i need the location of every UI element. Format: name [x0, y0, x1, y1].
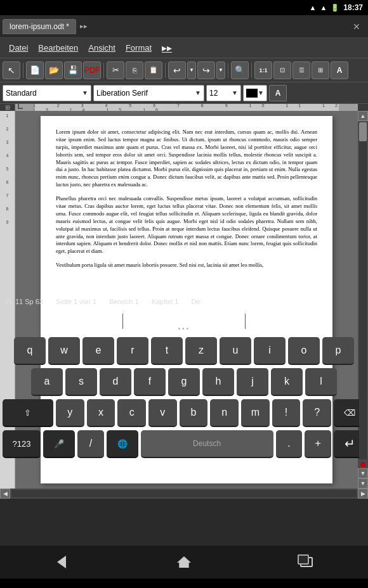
undo-button[interactable]: ↩: [168, 61, 186, 79]
copy-button[interactable]: ⎘: [126, 61, 143, 79]
suggestion-1[interactable]: Mets: [0, 311, 122, 331]
zoom-page-button[interactable]: ⊡: [273, 61, 291, 79]
key-o[interactable]: o: [288, 337, 320, 365]
menu-bearbeiten[interactable]: Bearbeiten: [33, 42, 83, 54]
home-button[interactable]: [165, 551, 203, 573]
character-formatting-button[interactable]: A: [269, 85, 287, 101]
key-a[interactable]: a: [31, 368, 63, 396]
ruler-v-6: 6: [6, 180, 9, 184]
key-g[interactable]: g: [168, 368, 200, 396]
menu-format[interactable]: Format: [121, 42, 157, 54]
key-period[interactable]: .: [276, 430, 303, 458]
undo-dropdown-button[interactable]: ▼: [187, 61, 196, 79]
key-z[interactable]: z: [185, 337, 217, 365]
key-symbols[interactable]: ?123: [3, 430, 41, 458]
globe-icon: 🌐: [117, 439, 128, 449]
key-s[interactable]: s: [65, 368, 97, 396]
horizontal-scrollbar[interactable]: ◀ ▶: [0, 489, 368, 499]
key-n[interactable]: n: [210, 399, 239, 427]
key-u[interactable]: u: [220, 337, 251, 365]
paste-button[interactable]: 📋: [145, 61, 162, 79]
toolbar-separator-4: [228, 63, 228, 78]
key-exclaim[interactable]: !: [272, 399, 301, 427]
close-button[interactable]: ✕: [353, 22, 365, 32]
chapter-name: Kapitel 1: [152, 298, 179, 305]
menu-ansicht[interactable]: Ansicht: [83, 42, 121, 54]
font-size-select[interactable]: 12 ▼: [206, 85, 241, 101]
key-t[interactable]: t: [151, 337, 183, 365]
paragraph-2[interactable]: Phasellus pharetra orci nec malesuada co…: [56, 195, 317, 255]
view-mode-button[interactable]: ☰: [292, 61, 310, 79]
key-x[interactable]: x: [87, 399, 115, 427]
key-space[interactable]: Deutsch: [141, 430, 273, 458]
key-f[interactable]: f: [134, 368, 166, 396]
key-p[interactable]: p: [322, 337, 354, 365]
zoom-100-button[interactable]: 1:1: [254, 61, 272, 79]
key-y[interactable]: y: [56, 399, 84, 427]
ruler-v-9: 9: [6, 220, 9, 224]
key-i[interactable]: i: [254, 337, 286, 365]
document-tab[interactable]: lorem-ipsum.odt *: [3, 19, 76, 34]
scroll-down-button-2[interactable]: ▼: [358, 478, 368, 489]
page-count: Seite 1 von 1: [56, 298, 96, 305]
key-k[interactable]: k: [271, 368, 303, 396]
key-m[interactable]: m: [241, 399, 270, 427]
h-scroll-track[interactable]: [11, 490, 357, 497]
scroll-thumb[interactable]: [359, 122, 367, 141]
scroll-track[interactable]: [359, 122, 367, 459]
key-v[interactable]: v: [148, 399, 177, 427]
paragraph-3[interactable]: Vestibulum porta ligula sit amet mauris …: [56, 262, 317, 269]
paragraph-style-select[interactable]: Standard ▼: [3, 85, 91, 101]
export-pdf-button[interactable]: PDF: [83, 61, 101, 79]
key-e[interactable]: e: [82, 337, 114, 365]
font-dropdown-arrow: ▼: [195, 89, 201, 96]
key-globe[interactable]: 🌐: [107, 430, 138, 458]
menu-datei[interactable]: Datei: [4, 42, 33, 54]
scroll-down-button-1[interactable]: ▼: [358, 468, 368, 478]
scroll-right-button[interactable]: ▶: [358, 489, 368, 499]
key-mic[interactable]: 🎤: [43, 430, 75, 458]
scroll-up-button[interactable]: ▲: [358, 111, 368, 121]
key-w[interactable]: w: [48, 337, 80, 365]
back-button[interactable]: [43, 551, 81, 573]
scroll-left-button[interactable]: ◀: [0, 489, 10, 499]
key-b[interactable]: b: [180, 399, 208, 427]
key-question[interactable]: ?: [303, 399, 331, 427]
key-c[interactable]: c: [117, 399, 146, 427]
menu-more[interactable]: ▸▸: [157, 41, 177, 55]
ruler-corner-icon: ⊞: [0, 104, 15, 111]
font-color-select[interactable]: ▼: [243, 85, 267, 101]
key-j[interactable]: j: [237, 368, 268, 396]
suggestion-3[interactable]: Menüs: [246, 311, 368, 331]
back-icon: [57, 556, 66, 568]
key-r[interactable]: r: [117, 337, 148, 365]
paragraph-1[interactable]: Lorem ipsum dolor sit amet, consectetur …: [56, 129, 317, 189]
key-l[interactable]: l: [305, 368, 337, 396]
font-name-select[interactable]: Liberation Serif ▼: [93, 85, 204, 101]
key-d[interactable]: d: [100, 368, 131, 396]
suggestion-2[interactable]: Netze ...: [123, 305, 246, 337]
cursor-tool-button[interactable]: ↖: [3, 61, 20, 79]
cut-button[interactable]: ✂: [107, 61, 124, 79]
insert-mode-button[interactable]: ⊞: [312, 61, 329, 79]
find-button[interactable]: 🔍: [231, 61, 249, 79]
save-button[interactable]: 💾: [64, 61, 82, 79]
key-row-2: a s d f g h j k l: [3, 368, 365, 396]
key-plus[interactable]: +: [305, 430, 331, 458]
key-shift[interactable]: ⇧: [3, 399, 53, 427]
key-q[interactable]: q: [14, 337, 46, 365]
style-dropdown-arrow: ▼: [82, 89, 88, 96]
recent-apps-button[interactable]: [287, 551, 325, 573]
redo-dropdown-button[interactable]: ▼: [216, 61, 225, 79]
new-file-button[interactable]: 📄: [26, 61, 44, 79]
undo-dropdown-icon: ▼: [189, 67, 194, 73]
vertical-scrollbar[interactable]: ▲ ▼ ▼: [358, 111, 368, 489]
expand-tabs-icon[interactable]: ▸▸: [80, 22, 88, 30]
menu-bar: Datei Bearbeiten Ansicht Format ▸▸: [0, 38, 368, 58]
open-button[interactable]: 📂: [45, 61, 63, 79]
key-slash[interactable]: /: [77, 430, 104, 458]
key-h[interactable]: h: [202, 368, 234, 396]
redo-button[interactable]: ↪: [197, 61, 215, 79]
styles-button[interactable]: A: [331, 61, 348, 79]
format-toolbar: Standard ▼ Liberation Serif ▼ 12 ▼ ▼ A: [0, 82, 368, 104]
